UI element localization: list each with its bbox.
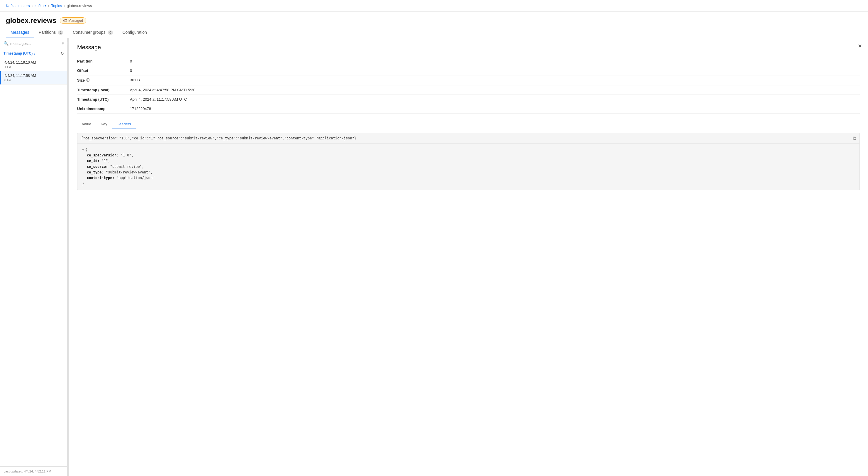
size-info-icon[interactable]: ⓘ [86, 78, 89, 83]
sub-tab-headers[interactable]: Headers [112, 119, 136, 129]
consumer-groups-badge: 0 [107, 31, 113, 35]
json-val-ce_source: "submit-review" [110, 165, 142, 169]
json-val-ce_type: "submit-review-event" [106, 170, 150, 174]
tab-partitions[interactable]: Partitions 1 [34, 27, 68, 38]
tab-consumer-groups[interactable]: Consumer groups 0 [68, 27, 118, 38]
json-key-ce_id: ce_id: [87, 159, 102, 163]
detail-table: Partition 0 Offset 0 Size ⓘ 361 B Timest… [77, 57, 860, 114]
size-value: 361 B [130, 78, 140, 82]
json-key-ce_type: ce_type: [87, 170, 106, 174]
close-button[interactable]: ✕ [858, 43, 862, 49]
message-list: 4/4/24, 11:19:10 AM 1 Pa 4/4/24, 11:17:5… [0, 58, 67, 466]
sort-desc-icon[interactable]: ↓ [34, 52, 35, 55]
breadcrumb-topics[interactable]: Topics [51, 3, 62, 8]
timestamp-header[interactable]: Timestamp (UTC) [3, 51, 33, 56]
json-key-content-type: content-type: [87, 176, 116, 180]
breadcrumb: Kafka clusters › kafka ▾ › Topics › glob… [0, 0, 868, 12]
timestamp-local-label: Timestamp (local) [77, 88, 130, 92]
search-bar: 🔍 ✕ ⊞ [0, 38, 67, 49]
search-icon: 🔍 [3, 41, 8, 46]
managed-badge: 🏷 Managed [60, 17, 86, 24]
unix-timestamp-value: 1712229478 [130, 107, 151, 111]
headers-oneliner-bar: {"ce_specversion":"1.0","ce_id":"1","ce_… [77, 132, 860, 144]
detail-timestamp-local-row: Timestamp (local) April 4, 2024 at 4:47:… [77, 85, 860, 95]
headers-json-block: ▼{ ce_specversion: "1.0", ce_id: "1", ce… [77, 144, 860, 190]
detail-partition-row: Partition 0 [77, 57, 860, 66]
partitions-badge: 1 [58, 31, 63, 35]
tab-configuration[interactable]: Configuration [118, 27, 151, 38]
breadcrumb-topic: globex.reviews [67, 3, 92, 8]
sub-tabs: Value Key Headers [77, 119, 860, 129]
message-row[interactable]: 4/4/24, 11:19:10 AM 1 Pa [0, 58, 67, 71]
partition-value: 0 [130, 59, 132, 63]
breadcrumb-kafka-clusters[interactable]: Kafka clusters [6, 3, 30, 8]
main-layout: 🔍 ✕ ⊞ Timestamp (UTC) ↓ O 4/4/24, 11:19:… [0, 38, 868, 476]
json-val-ce_specversion: "1.0" [121, 153, 131, 157]
offset-value: 0 [130, 68, 132, 73]
json-val-content-type: "application/json" [116, 176, 155, 180]
partition-label: Partition [77, 59, 130, 63]
right-panel: ✕ Message Partition 0 Offset 0 Size ⓘ 36… [69, 38, 868, 476]
detail-offset-row: Offset 0 [77, 66, 860, 76]
size-label: Size ⓘ [77, 78, 130, 83]
timestamp-local-value: April 4, 2024 at 4:47:58 PM GMT+5:30 [130, 88, 195, 92]
left-panel: 🔍 ✕ ⊞ Timestamp (UTC) ↓ O 4/4/24, 11:19:… [0, 38, 67, 476]
page-title: globex.reviews [6, 17, 56, 25]
detail-timestamp-utc-row: Timestamp (UTC) April 4, 2024 at 11:17:5… [77, 95, 860, 104]
detail-size-row: Size ⓘ 361 B [77, 76, 860, 85]
sub-tab-value[interactable]: Value [77, 119, 96, 129]
managed-label: Managed [68, 19, 83, 23]
page-header: globex.reviews 🏷 Managed [0, 12, 868, 25]
sub-tab-key[interactable]: Key [96, 119, 112, 129]
timestamp-utc-label: Timestamp (UTC) [77, 97, 130, 101]
kafka-dropdown-icon[interactable]: ▾ [44, 4, 46, 8]
message-detail-title: Message [77, 44, 860, 51]
unix-timestamp-label: Unix timestamp [77, 107, 130, 111]
message-row[interactable]: 4/4/24, 11:17:58 AM 0 Pa [0, 71, 67, 85]
managed-icon: 🏷 [63, 18, 67, 23]
row-timestamp: 4/4/24, 11:19:10 AM [4, 60, 64, 65]
message-list-header: Timestamp (UTC) ↓ O [0, 49, 67, 58]
copy-icon[interactable]: ⧉ [853, 135, 856, 141]
row-sub: 0 Pa [4, 78, 64, 82]
timestamp-utc-value: April 4, 2024 at 11:17:58 AM UTC [130, 97, 187, 101]
tabs-bar: Messages Partitions 1 Consumer groups 0 … [0, 27, 868, 38]
offset-label: Offset [77, 68, 130, 73]
last-updated: Last updated: 4/4/24, 4:52:11 PM [0, 466, 67, 476]
offset-header: O [61, 51, 64, 56]
json-key-ce_specversion: ce_specversion: [87, 153, 121, 157]
headers-oneliner-text: {"ce_specversion":"1.0","ce_id":"1","ce_… [81, 136, 850, 140]
json-key-ce_source: ce_source: [87, 165, 110, 169]
row-sub: 1 Pa [4, 65, 64, 69]
json-collapse-icon[interactable]: ▼ [82, 148, 84, 152]
search-input[interactable] [10, 41, 60, 46]
tab-messages[interactable]: Messages [6, 27, 34, 38]
search-clear-icon[interactable]: ✕ [61, 41, 65, 46]
detail-unix-row: Unix timestamp 1712229478 [77, 104, 860, 114]
row-timestamp: 4/4/24, 11:17:58 AM [4, 74, 64, 78]
json-val-ce_id: "1" [102, 159, 108, 163]
breadcrumb-kafka[interactable]: kafka [35, 3, 44, 8]
